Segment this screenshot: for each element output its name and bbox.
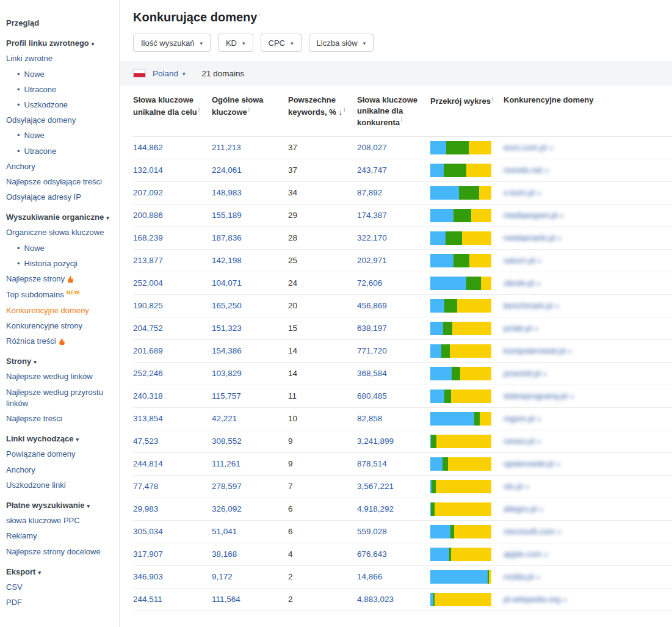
- competitor-unique-keywords-link[interactable]: 174,387: [357, 211, 430, 220]
- sidebar-item-csv[interactable]: CSV: [6, 582, 114, 593]
- filter-button-cpc[interactable]: CPC▾: [261, 34, 302, 52]
- sidebar-item-najlepsze-odsyłające-treści[interactable]: Najlepsze odsyłające treści: [6, 176, 114, 187]
- competitor-unique-keywords-link[interactable]: 322,170: [357, 233, 430, 242]
- sidebar-item-najlepsze-treści[interactable]: Najlepsze treści: [6, 413, 114, 424]
- sidebar-item-najlepsze-strony-docelowe[interactable]: Najlepsze strony docelowe: [6, 546, 114, 557]
- common-keywords-link[interactable]: 9,172: [212, 572, 288, 581]
- competing-domain-link[interactable]: olx.pl▾: [504, 482, 529, 491]
- sidebar-item-najlepsze-według-przyrostu-linków[interactable]: Najlepsze według przyrostu linków: [6, 387, 114, 409]
- column-header-target-unique[interactable]: Słowa kluczowe unikalne dla celui: [133, 95, 212, 128]
- sidebar-item-słowa-kluczowe-ppc[interactable]: słowa kluczowe PPC: [6, 515, 114, 526]
- competing-domain-link[interactable]: apple.com▾: [504, 549, 547, 559]
- sidebar-item-odsyłające-domeny[interactable]: Odsyłające domeny: [6, 115, 114, 126]
- common-keywords-link[interactable]: 115,757: [212, 391, 288, 400]
- competing-domain-link[interactable]: pclab.pl▾: [504, 324, 538, 333]
- sidebar-item-różnica-treści[interactable]: Różnica treści: [6, 336, 114, 347]
- info-icon[interactable]: i: [344, 106, 345, 113]
- sidebar-item-płatne-wyszukiwanie[interactable]: Płatne wyszukiwanie▾: [6, 500, 114, 511]
- common-keywords-link[interactable]: 308,552: [212, 437, 288, 446]
- target-unique-keywords-link[interactable]: 252,004: [133, 278, 212, 288]
- target-unique-keywords-link[interactable]: 317,907: [133, 549, 212, 559]
- target-unique-keywords-link[interactable]: 313,854: [133, 414, 212, 423]
- sidebar-item-strony[interactable]: Strony▾: [6, 356, 114, 367]
- sidebar-item-najlepsze-strony[interactable]: Najlepsze strony: [6, 274, 114, 285]
- column-header-common-pct[interactable]: Powszechne keywords, % ↓i: [288, 95, 357, 128]
- target-unique-keywords-link[interactable]: 77,478: [133, 482, 212, 491]
- filter-button-ilość-wyszukań[interactable]: Ilość wyszukań▾: [133, 34, 211, 52]
- competitor-unique-keywords-link[interactable]: 3,567,221: [357, 482, 430, 491]
- sidebar-item-anchory[interactable]: Anchory: [6, 161, 114, 172]
- common-keywords-link[interactable]: 111,261: [212, 459, 288, 468]
- competitor-unique-keywords-link[interactable]: 202,971: [357, 256, 430, 265]
- sidebar-item-reklamy[interactable]: Reklamy: [6, 531, 114, 542]
- competing-domain-link[interactable]: dobreprogramy.pl▾: [504, 391, 573, 400]
- competing-domain-link[interactable]: benchmark.pl▾: [504, 301, 559, 310]
- competitor-unique-keywords-link[interactable]: 82,858: [357, 414, 430, 423]
- competitor-unique-keywords-link[interactable]: 680,485: [357, 391, 430, 400]
- competing-domain-link[interactable]: mediaexpert.pl▾: [504, 211, 563, 220]
- target-unique-keywords-link[interactable]: 207,092: [133, 188, 212, 197]
- sidebar-item-historia-pozycji[interactable]: •Historia pozycji: [6, 258, 114, 269]
- competitor-unique-keywords-link[interactable]: 87,892: [357, 188, 430, 197]
- common-keywords-link[interactable]: 38,168: [212, 549, 288, 559]
- info-icon[interactable]: i: [492, 95, 493, 102]
- sidebar-item-konkurencyjne-domeny[interactable]: Konkurencyjne domeny: [6, 305, 114, 316]
- sidebar-item-uszkodzone-linki[interactable]: Uszkodzone linki: [6, 480, 114, 491]
- competing-domain-link[interactable]: ceneo.pl▾: [504, 437, 541, 446]
- competing-domain-link[interactable]: morele.net▾: [504, 165, 548, 175]
- sidebar-item-wyszukiwanie-organiczne[interactable]: Wyszukiwanie organiczne▾: [6, 212, 114, 223]
- competitor-unique-keywords-link[interactable]: 72,606: [357, 278, 430, 288]
- competitor-unique-keywords-link[interactable]: 4,883,023: [357, 595, 430, 604]
- info-icon[interactable]: i: [248, 106, 250, 113]
- info-icon[interactable]: i: [198, 106, 200, 113]
- common-keywords-link[interactable]: 155,189: [212, 211, 288, 220]
- sidebar-item-powiązane-domeny[interactable]: Powiązane domeny: [6, 449, 114, 460]
- sidebar-item-linki-wychodzące[interactable]: Linki wychodzące▾: [6, 433, 114, 444]
- competing-domain-link[interactable]: allegro.pl▾: [504, 504, 543, 513]
- target-unique-keywords-link[interactable]: 244,814: [133, 459, 212, 468]
- sidebar-item-linki-zwrotne[interactable]: Linki zwrotne: [6, 53, 114, 64]
- common-keywords-link[interactable]: 278,597: [212, 482, 288, 491]
- common-keywords-link[interactable]: 51,041: [212, 527, 288, 536]
- target-unique-keywords-link[interactable]: 144,862: [133, 143, 212, 152]
- competitor-unique-keywords-link[interactable]: 4,918,292: [357, 504, 430, 513]
- competing-domain-link[interactable]: x-kom.pl▾: [504, 188, 541, 197]
- sidebar-item-anchory[interactable]: Anchory: [6, 465, 114, 476]
- competitor-unique-keywords-link[interactable]: 368,584: [357, 369, 430, 378]
- target-unique-keywords-link[interactable]: 240,318: [133, 391, 212, 400]
- common-keywords-link[interactable]: 148,983: [212, 188, 288, 197]
- competitor-unique-keywords-link[interactable]: 456,869: [357, 301, 430, 310]
- target-unique-keywords-link[interactable]: 346,903: [133, 572, 212, 581]
- info-icon[interactable]: i: [258, 11, 259, 18]
- competing-domain-link[interactable]: oleole.pl▾: [504, 278, 540, 288]
- competing-domain-link[interactable]: microsoft.com▾: [504, 527, 561, 536]
- country-selector[interactable]: Poland ▾: [153, 69, 186, 78]
- competing-domain-link[interactable]: komputerswiat.pl▾: [504, 346, 571, 355]
- sidebar-item-najlepsze-według-linków[interactable]: Najlepsze według linków: [6, 371, 114, 382]
- filter-button-kd[interactable]: KD▾: [218, 34, 253, 52]
- filter-button-liczba-słów[interactable]: Liczba słów▾: [309, 34, 374, 52]
- target-unique-keywords-link[interactable]: 47,523: [133, 437, 212, 446]
- target-unique-keywords-link[interactable]: 244,511: [133, 595, 212, 604]
- info-icon[interactable]: i: [401, 117, 402, 123]
- sidebar-item-top-subdomains[interactable]: Top subdomainsNEW: [6, 289, 114, 301]
- competing-domain-link[interactable]: mediamarkt.pl▾: [504, 233, 561, 242]
- sidebar-item-uszkodzone[interactable]: •Uszkodzone: [6, 100, 114, 111]
- target-unique-keywords-link[interactable]: 305,034: [133, 527, 212, 536]
- sidebar-item-nowe[interactable]: •Nowe: [6, 69, 114, 80]
- competitor-unique-keywords-link[interactable]: 676,643: [357, 549, 430, 559]
- target-unique-keywords-link[interactable]: 132,014: [133, 165, 212, 175]
- sidebar-item-eksport[interactable]: Eksport▾: [6, 567, 114, 578]
- competing-domain-link[interactable]: spidersweb.pl▾: [504, 459, 560, 468]
- target-unique-keywords-link[interactable]: 190,825: [133, 301, 212, 310]
- common-keywords-link[interactable]: 165,250: [212, 301, 288, 310]
- common-keywords-link[interactable]: 211,213: [212, 143, 288, 152]
- competing-domain-link[interactable]: pl.wikipedia.org▾: [504, 595, 566, 604]
- target-unique-keywords-link[interactable]: 204,752: [133, 324, 212, 333]
- sidebar-item-przegląd[interactable]: Przegląd: [6, 18, 114, 29]
- competitor-unique-keywords-link[interactable]: 3,241,899: [357, 437, 430, 446]
- common-keywords-link[interactable]: 142,198: [212, 256, 288, 265]
- column-header-common[interactable]: Ogólne słowa kluczowei: [212, 95, 288, 128]
- sidebar-item-utracone[interactable]: •Utracone: [6, 84, 114, 95]
- sidebar-item-konkurencyjne-strony[interactable]: Konkurencyjne strony: [6, 321, 114, 332]
